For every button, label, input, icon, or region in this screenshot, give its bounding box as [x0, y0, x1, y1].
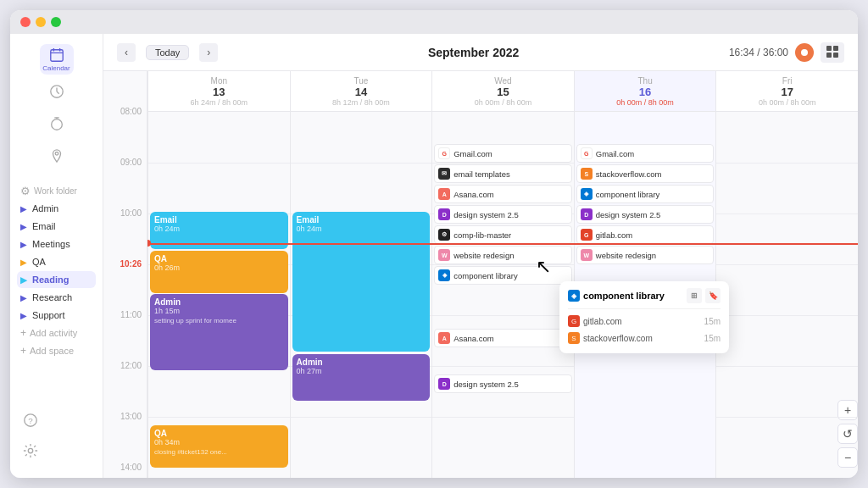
svg-rect-0	[50, 49, 62, 60]
wed-item-asana[interactable]: A Asana.com	[434, 185, 572, 203]
sidebar-icons: Calendar	[10, 41, 103, 178]
record-button[interactable]	[795, 43, 814, 62]
svg-text:?: ?	[28, 416, 33, 425]
add-activity-button[interactable]: + Add activity	[17, 324, 96, 341]
thu-item-comp[interactable]: ◈ component library	[576, 185, 715, 203]
settings-button[interactable]	[17, 437, 44, 464]
time-1400: 14:00	[103, 463, 147, 478]
calendar-header: ‹ Today › September 2022 16:34 / 36:00	[103, 34, 858, 71]
day-header-wed: Wed 15 0h 00m / 8h 00m	[431, 71, 574, 111]
nav-item-support[interactable]: ▶ Support	[17, 307, 96, 324]
calendar-icon-label: Calendar	[42, 64, 70, 72]
wed-item-design2[interactable]: D design system 2.5	[434, 374, 572, 393]
next-button[interactable]: ›	[199, 43, 218, 62]
prev-button[interactable]: ‹	[117, 43, 136, 62]
popup-bookmark-button[interactable]: 🔖	[705, 288, 721, 303]
thu-design-icon: D	[581, 208, 593, 220]
view-toggle-button[interactable]	[821, 42, 844, 63]
svg-point-10	[55, 152, 58, 156]
svg-line-6	[57, 92, 59, 94]
design-icon: D	[438, 208, 450, 220]
popup-so-icon: S	[568, 332, 580, 344]
thu-website-icon: W	[581, 249, 593, 261]
nav-item-admin[interactable]: ▶ Admin	[17, 200, 96, 217]
thu-item-website[interactable]: W website redesign	[576, 246, 715, 264]
event-mon-admin[interactable]: Admin 1h 15m setting up sprint for momee	[150, 294, 288, 370]
nav-item-qa[interactable]: ▶ QA	[17, 253, 96, 270]
nav-item-meetings[interactable]: ▶ Meetings	[17, 236, 96, 252]
github-icon: ⚙	[438, 229, 450, 241]
time-0800: 08:00	[103, 107, 147, 158]
app-window: Calendar	[10, 10, 858, 478]
sidebar-nav: ⚙ Work folder ▶ Admin ▶ Email ▶ Meetings…	[10, 178, 103, 400]
wed-item-gmail[interactable]: G Gmail.com	[434, 144, 572, 163]
maximize-button[interactable]	[51, 17, 61, 27]
help-button[interactable]: ?	[17, 407, 44, 434]
event-mon-qa2[interactable]: QA 0h 34m closing #ticket132 one...	[150, 425, 288, 468]
sidebar-icon-clock[interactable]	[40, 76, 74, 107]
time-1100: 11:00	[103, 310, 147, 361]
nav-item-reading[interactable]: ▶ Reading	[17, 271, 96, 288]
event-tue-email[interactable]: Email 0h 24m	[292, 212, 431, 352]
header-right: 16:34 / 36:00	[729, 42, 844, 63]
day-header-mon: Mon 13 6h 24m / 8h 00m	[147, 71, 290, 111]
popup-row-gitlab[interactable]: G gitlab.com 15m	[568, 313, 721, 330]
wed-item-asana2[interactable]: A Asana.com	[434, 329, 572, 347]
time-1200: 12:00	[103, 361, 147, 412]
email-icon: ✉	[438, 168, 450, 180]
sidebar-icon-timer[interactable]	[40, 108, 74, 139]
wed-item-comp-lib[interactable]: ⚙ comp-lib-master	[434, 225, 572, 244]
wed-item-email-templates[interactable]: ✉ email templates	[434, 164, 572, 183]
event-mon-qa[interactable]: QA 0h 26m	[150, 251, 288, 293]
comp-icon: ◈	[438, 269, 450, 281]
thu-item-gmail[interactable]: G Gmail.com	[576, 144, 715, 163]
asana-icon2: A	[438, 332, 450, 344]
svg-rect-16	[826, 53, 832, 58]
design-icon2: D	[438, 378, 450, 390]
minimize-button[interactable]	[36, 17, 46, 27]
nav-item-research[interactable]: ▶ Research	[17, 289, 96, 306]
wed-item-website[interactable]: W website redesign	[434, 246, 572, 264]
day-header-tue: Tue 14 8h 12m / 8h 00m	[290, 71, 432, 111]
add-space-button[interactable]: + Add space	[17, 342, 96, 359]
calendar-title: September 2022	[228, 46, 719, 59]
thu-comp-icon: ◈	[581, 188, 593, 200]
days-grid: Mon 13 6h 24m / 8h 00m Tue 14 8h 12m / 8…	[147, 71, 858, 478]
asana-icon: A	[438, 188, 450, 200]
popup-actions: ⊞ 🔖	[687, 288, 721, 303]
time-column: 08:00 09:00 10:00 10:26 11:00 12:00 13:0…	[103, 71, 147, 478]
calendar-area: ‹ Today › September 2022 16:34 / 36:00	[103, 34, 858, 478]
workfolder-label: ⚙ Work folder	[17, 181, 96, 199]
wed-item-component[interactable]: ◈ component library	[434, 266, 572, 285]
sidebar-footer: ?	[10, 400, 103, 471]
svg-rect-17	[833, 53, 838, 58]
day-header-fri: Fri 17 0h 00m / 8h 00m	[715, 71, 858, 111]
popup-grid-button[interactable]: ⊞	[687, 288, 702, 303]
time-1000: 10:00	[103, 208, 147, 259]
day-col-wed: G Gmail.com ✉ email templates A Asana.co…	[431, 112, 574, 478]
thu-item-design[interactable]: D design system 2.5	[576, 205, 715, 224]
sidebar-icon-calendar[interactable]: Calendar	[40, 44, 74, 75]
today-button[interactable]: Today	[146, 45, 189, 60]
title-bar	[10, 10, 858, 34]
website-icon: W	[438, 249, 450, 261]
popup-container: ◈ component library ⊞ 🔖 G	[559, 281, 729, 353]
thu-gitlab-icon: G	[581, 229, 593, 241]
popup-row-so[interactable]: S stackoverflow.com 15m	[568, 330, 721, 347]
gmail-icon: G	[438, 147, 450, 159]
days-body: Email 0h 24m QA 0h 26m Admin 1	[147, 112, 858, 478]
thu-item-so[interactable]: S stackoverflow.com	[576, 164, 715, 183]
sidebar-icon-location[interactable]	[40, 141, 74, 171]
close-button[interactable]	[20, 17, 31, 27]
svg-rect-15	[833, 46, 838, 51]
popup-comp-icon: ◈	[568, 290, 580, 302]
thu-item-gitlab[interactable]: G gitlab.com	[576, 225, 715, 244]
wed-item-design[interactable]: D design system 2.5	[434, 205, 572, 224]
popup-gitlab-icon: G	[568, 315, 580, 327]
event-tue-admin[interactable]: Admin 0h 27m	[292, 354, 431, 401]
time-current: 10:26	[103, 259, 147, 310]
timer-display: 16:34 / 36:00	[729, 47, 788, 58]
nav-item-email[interactable]: ▶ Email	[17, 218, 96, 235]
thu-items: G Gmail.com S stackoverflow.com ◈ compon…	[576, 144, 715, 266]
wed-items: G Gmail.com ✉ email templates A Asana.co…	[434, 144, 572, 286]
